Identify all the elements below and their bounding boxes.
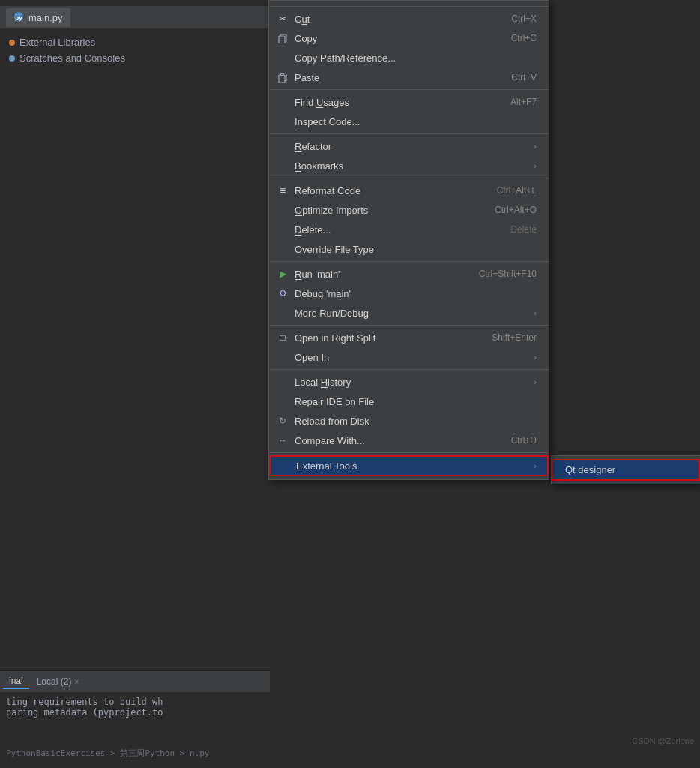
menu-item-run-main[interactable]: ▶ Run 'main' Ctrl+Shift+F10 [269, 264, 549, 284]
inspect-code-icon [277, 116, 289, 128]
open-right-split-label: Open in Right Split [295, 332, 375, 344]
menu-item-reformat-code[interactable]: ≡ Reformat Code Ctrl+Alt+L [269, 181, 549, 200]
reformat-code-icon: ≡ [277, 184, 289, 196]
bookmarks-arrow: › [534, 161, 537, 170]
separator-3 [269, 178, 549, 178]
scratches-label: Scratches and Consoles [19, 52, 125, 64]
separator-6 [269, 369, 549, 370]
menu-item-refactor[interactable]: Refactor › [269, 136, 549, 156]
external-libraries-icon [9, 40, 15, 46]
menu-item-debug-main[interactable]: ⚙ Debug 'main' [269, 284, 549, 303]
menu-item-more-run-debug[interactable]: More Run/Debug › [269, 303, 549, 322]
local-history-icon [277, 376, 289, 388]
menu-item-find-usages[interactable]: Find Usages Alt+F7 [269, 92, 549, 112]
terminal-line-2: paring metadata (pyproject.to [6, 707, 264, 718]
compare-with-label: Compare With... [295, 435, 365, 446]
compare-with-shortcut: Ctrl+D [511, 435, 537, 446]
separator-7 [269, 452, 549, 453]
menu-item-compare-with[interactable]: ↔ Compare With... Ctrl+D [269, 430, 549, 450]
menu-item-copy[interactable]: Copy Ctrl+C [269, 28, 549, 48]
menu-item-override-file-type[interactable]: Override File Type [269, 239, 549, 259]
menu-item-external-tools[interactable]: External Tools › [269, 455, 549, 476]
open-in-arrow: › [534, 352, 537, 362]
copy-path-icon [277, 52, 289, 64]
separator-top [269, 6, 549, 7]
refactor-icon [277, 140, 289, 152]
separator-4 [269, 261, 549, 262]
menu-item-reload-from-disk[interactable]: ↻ Reload from Disk [269, 411, 549, 430]
terminal-content: ting requirements to build wh paring met… [0, 692, 270, 722]
svg-text:py: py [15, 14, 22, 20]
override-file-type-icon [277, 243, 289, 255]
optimize-imports-icon [277, 204, 289, 216]
menu-item-optimize-imports[interactable]: Optimize Imports Ctrl+Alt+O [269, 200, 549, 220]
breadcrumb: PythonBasicExercises > 第三周Python > n.py [0, 745, 270, 762]
menu-item-repair-ide[interactable]: Repair IDE on File [269, 392, 549, 411]
active-tab[interactable]: py main.py [6, 8, 70, 27]
external-libraries-label: External Libraries [19, 37, 95, 48]
sidebar-item-external-libraries[interactable]: External Libraries [3, 34, 267, 50]
terminal-line-1: ting requirements to build wh [6, 697, 264, 707]
run-icon: ▶ [277, 268, 289, 280]
separator-5 [269, 325, 549, 326]
python-icon: py [13, 11, 24, 24]
menu-item-paste[interactable]: Paste Ctrl+V [269, 68, 549, 87]
cut-icon: ✂ [277, 13, 289, 25]
cut-label: Cut [295, 14, 310, 25]
context-menu: ✂ Cut Ctrl+X Copy Ctrl+C Copy Path/Refer… [268, 0, 549, 480]
bottom-tab-bar: inal Local (2) × [0, 671, 270, 692]
bookmarks-label: Bookmarks [295, 160, 343, 172]
local-history-arrow: › [534, 377, 537, 386]
more-run-debug-icon [277, 307, 289, 319]
external-tools-arrow: › [534, 461, 537, 470]
copy-shortcut: Ctrl+C [511, 33, 537, 44]
watermark-text: CSDN @Zorione [632, 736, 694, 746]
svg-rect-3 [279, 36, 285, 44]
copy-path-label: Copy Path/Reference... [295, 52, 396, 64]
menu-item-copy-path[interactable]: Copy Path/Reference... [269, 48, 549, 68]
open-right-split-icon: □ [277, 332, 289, 344]
delete-label: Delete... [295, 224, 331, 236]
svg-rect-6 [280, 73, 283, 75]
menu-item-local-history[interactable]: Local History › [269, 372, 549, 392]
separator-2 [269, 134, 549, 134]
compare-with-icon: ↔ [277, 434, 289, 446]
menu-item-open-right-split[interactable]: □ Open in Right Split Shift+Enter [269, 328, 549, 347]
qt-designer-label: Qt designer [565, 464, 615, 476]
reformat-code-label: Reformat Code [295, 185, 360, 196]
sidebar-item-scratches[interactable]: Scratches and Consoles [3, 50, 267, 66]
tab-label: main.py [28, 12, 63, 23]
open-in-icon [277, 351, 289, 363]
tab-local[interactable]: Local (2) × [31, 675, 85, 688]
watermark: CSDN @Zorione [632, 736, 694, 746]
local-tab-label: Local (2) [37, 676, 72, 687]
copy-label: Copy [295, 33, 317, 44]
terminal-tab-label: inal [9, 676, 23, 686]
optimize-imports-label: Optimize Imports [295, 205, 368, 216]
menu-item-cut[interactable]: ✂ Cut Ctrl+X [269, 9, 549, 28]
more-run-debug-label: More Run/Debug [295, 308, 369, 319]
cut-shortcut: Ctrl+X [511, 14, 537, 24]
menu-item-delete[interactable]: Delete... Delete [269, 220, 549, 239]
external-tools-label: External Tools [296, 460, 357, 472]
refactor-arrow: › [534, 142, 537, 151]
menu-item-inspect-code[interactable]: Inspect Code... [269, 112, 549, 131]
tab-terminal[interactable]: inal [3, 674, 29, 689]
menu-item-open-in[interactable]: Open In › [269, 347, 549, 367]
more-run-debug-arrow: › [534, 308, 537, 317]
repair-ide-icon [277, 395, 289, 407]
submenu-item-qt-designer[interactable]: Qt designer [552, 459, 700, 481]
run-main-label: Run 'main' [295, 268, 340, 280]
optimize-imports-shortcut: Ctrl+Alt+O [495, 205, 537, 215]
menu-item-bookmarks[interactable]: Bookmarks › [269, 156, 549, 176]
close-icon[interactable]: × [74, 678, 79, 686]
find-usages-shortcut: Alt+F7 [510, 97, 537, 107]
reformat-code-shortcut: Ctrl+Alt+L [497, 185, 537, 196]
scratches-icon [9, 56, 15, 62]
delete-icon [277, 224, 289, 236]
bookmarks-icon [277, 160, 289, 172]
paste-shortcut: Ctrl+V [511, 72, 537, 82]
override-file-type-label: Override File Type [295, 244, 374, 255]
open-in-label: Open In [295, 352, 329, 363]
find-usages-label: Find Usages [295, 97, 349, 108]
